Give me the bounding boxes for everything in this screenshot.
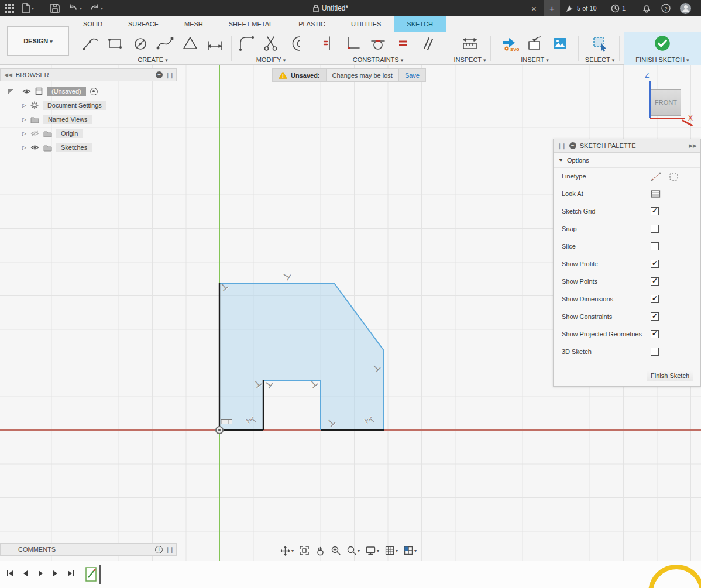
insert-menu-button[interactable]: INSERT xyxy=(495,56,575,63)
sketch-grid-checkbox[interactable] xyxy=(651,207,659,215)
origin-point[interactable] xyxy=(215,426,224,434)
spline-tool-button[interactable] xyxy=(155,33,175,53)
viewports-button[interactable]: ▾ xyxy=(403,545,417,556)
expand-arrow-icon[interactable]: ▷ xyxy=(22,145,26,150)
browser-item-label[interactable]: Document Settings xyxy=(43,101,106,110)
notifications-button[interactable]: 1 xyxy=(611,0,626,16)
redo-button[interactable]: ▾ xyxy=(89,0,103,16)
view-cube-front-face[interactable]: FRONT xyxy=(651,89,681,116)
minimize-panel-icon[interactable]: − xyxy=(156,71,163,78)
look-at-icon[interactable] xyxy=(651,190,661,198)
tab-utilities[interactable]: UTILITIES xyxy=(338,16,394,32)
equal-constraint-button[interactable] xyxy=(393,33,413,53)
options-section-header[interactable]: ▼ Options xyxy=(554,153,700,168)
timeline-position-marker[interactable] xyxy=(99,565,101,584)
tangent-constraint-button[interactable] xyxy=(368,33,388,53)
browser-row-origin[interactable]: ▷ Origin xyxy=(22,128,83,139)
parallel-constraint-button[interactable] xyxy=(418,33,438,53)
panel-grip-icon[interactable]: ❙❙ xyxy=(557,143,566,149)
collapse-left-icon[interactable]: ◀◀ xyxy=(4,72,12,78)
app-grid-icon[interactable] xyxy=(5,0,14,16)
pan-hand-button[interactable] xyxy=(315,545,325,556)
timeline-skip-end-button[interactable] xyxy=(64,567,77,580)
alerts-button[interactable] xyxy=(642,0,651,16)
expand-arrow-icon[interactable]: ▷ xyxy=(22,102,26,108)
tab-sketch[interactable]: SKETCH xyxy=(394,16,446,32)
display-settings-button[interactable]: ▾ xyxy=(365,545,379,556)
file-menu-button[interactable]: ▾ xyxy=(21,0,34,16)
save-link[interactable]: Save xyxy=(399,68,426,82)
construction-linetype-icon[interactable] xyxy=(651,172,661,181)
reference-linetype-icon[interactable] xyxy=(669,172,679,181)
fillet-tool-button[interactable] xyxy=(236,33,256,53)
tab-plastic[interactable]: PLASTIC xyxy=(286,16,338,32)
measure-tool-button[interactable] xyxy=(460,33,480,53)
view-cube[interactable]: Z FRONT X xyxy=(644,70,700,126)
browser-row-named-views[interactable]: ▷ Named Views xyxy=(22,114,92,125)
finish-sketch-button[interactable] xyxy=(652,33,672,53)
rectangle-tool-button[interactable] xyxy=(105,33,125,53)
polygon-tool-button[interactable] xyxy=(180,33,200,53)
insert-svg-button[interactable]: SVG xyxy=(500,33,520,53)
browser-item-label[interactable]: Sketches xyxy=(56,143,92,152)
browser-row-document-settings[interactable]: ▷ Document Settings xyxy=(22,99,106,111)
new-tab-button[interactable]: + xyxy=(544,0,560,16)
line-tool-button[interactable] xyxy=(81,33,101,53)
pan-button[interactable]: ▾ xyxy=(280,545,294,556)
insert-derive-button[interactable] xyxy=(525,33,545,53)
finish-sketch-palette-button[interactable]: Finish Sketch xyxy=(647,370,693,381)
eye-icon[interactable] xyxy=(30,144,39,151)
3d-sketch-checkbox[interactable] xyxy=(651,348,659,356)
close-document-button[interactable]: × xyxy=(531,0,537,16)
select-tool-button[interactable] xyxy=(590,33,610,53)
fit-button[interactable] xyxy=(299,545,310,556)
trim-tool-button[interactable] xyxy=(261,33,281,53)
zoom-in-button[interactable] xyxy=(331,545,341,556)
slice-checkbox[interactable] xyxy=(651,242,659,250)
timeline-step-back-button[interactable] xyxy=(19,567,32,580)
comments-panel-header[interactable]: COMMENTS + ❙❙ xyxy=(0,543,177,556)
show-dimensions-checkbox[interactable] xyxy=(651,295,659,303)
create-menu-button[interactable]: CREATE xyxy=(78,56,228,63)
constraints-menu-button[interactable]: CONSTRAINTS xyxy=(317,56,439,63)
offset-tool-button[interactable] xyxy=(286,33,306,53)
tab-surface[interactable]: SURFACE xyxy=(115,16,171,32)
expand-arrow-icon[interactable]: ▷ xyxy=(22,116,26,122)
sketch-palette-header[interactable]: ❙❙ − SKETCH PALETTE ▶▶ xyxy=(554,139,700,153)
expand-arrow-icon[interactable]: ▷ xyxy=(22,130,26,136)
browser-item-label[interactable]: (Unsaved) xyxy=(47,87,86,96)
panel-grip-icon[interactable]: ❙❙ xyxy=(165,72,174,78)
constraint-badge-icon[interactable] xyxy=(365,416,375,424)
browser-panel-header[interactable]: ◀◀ BROWSER − ❙❙ xyxy=(0,68,177,81)
minimize-panel-icon[interactable]: − xyxy=(569,142,576,149)
show-points-checkbox[interactable] xyxy=(651,277,659,286)
snap-checkbox[interactable] xyxy=(651,225,659,233)
tab-mesh[interactable]: MESH xyxy=(171,16,216,32)
horizontal-vertical-constraint-button[interactable] xyxy=(343,33,363,53)
collapse-right-icon[interactable]: ▶▶ xyxy=(689,143,697,149)
tab-sheet-metal[interactable]: SHEET METAL xyxy=(216,16,286,32)
select-menu-button[interactable]: SELECT xyxy=(582,56,618,63)
browser-root-row[interactable]: (Unsaved) xyxy=(8,85,98,97)
eye-off-icon[interactable] xyxy=(30,130,39,137)
zoom-button[interactable]: ▾ xyxy=(346,545,360,556)
dimension-tool-button[interactable] xyxy=(205,33,225,53)
tab-solid[interactable]: SOLID xyxy=(70,16,115,32)
browser-row-sketches[interactable]: ▷ Sketches xyxy=(22,142,92,153)
user-avatar[interactable] xyxy=(680,0,691,16)
constraint-badge-icon[interactable] xyxy=(246,416,257,424)
timeline-play-button[interactable] xyxy=(34,567,47,580)
show-profile-checkbox[interactable] xyxy=(651,260,659,268)
modify-menu-button[interactable]: MODIFY xyxy=(233,56,309,63)
dimension-ruler-icon[interactable] xyxy=(221,419,232,424)
panel-grip-icon[interactable]: ❙❙ xyxy=(165,546,174,553)
show-projected-geometries-checkbox[interactable] xyxy=(651,330,659,338)
undo-button[interactable]: ▾ xyxy=(68,0,82,16)
browser-item-label[interactable]: Origin xyxy=(56,129,83,138)
finish-sketch-menu-button[interactable]: FINISH SKETCH xyxy=(624,56,701,63)
timeline-sketch-feature[interactable] xyxy=(85,565,98,583)
inspect-menu-button[interactable]: INSPECT xyxy=(452,56,488,63)
eye-icon[interactable] xyxy=(22,88,31,95)
browser-item-label[interactable]: Named Views xyxy=(43,115,92,124)
circle-tool-button[interactable] xyxy=(130,33,150,53)
